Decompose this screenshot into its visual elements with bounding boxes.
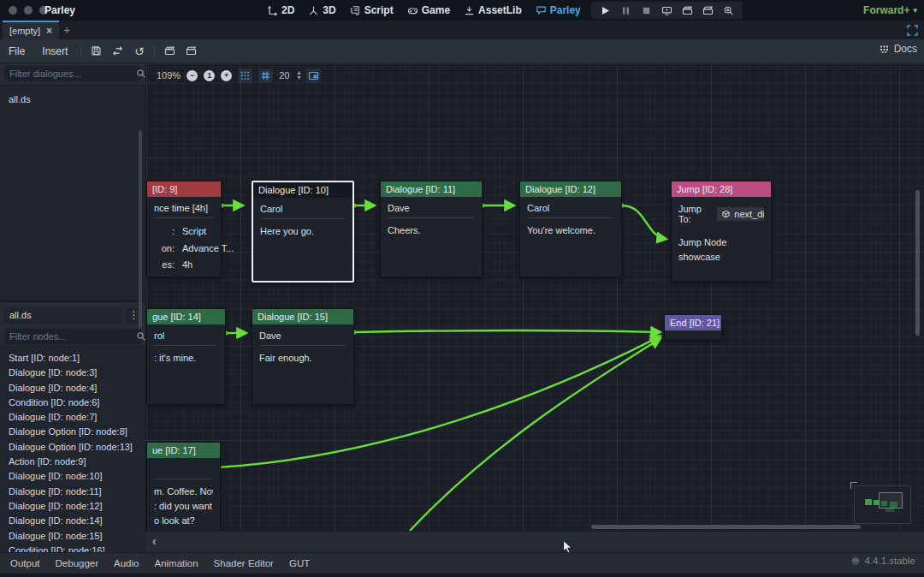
minimap-toggle-icon[interactable] xyxy=(306,68,321,83)
godot-icon xyxy=(850,556,861,566)
bottom-tab-output[interactable]: Output xyxy=(10,558,40,568)
snap-distance-spinner[interactable]: ▴ ▾ xyxy=(297,70,300,80)
export-icon[interactable] xyxy=(110,44,125,58)
field-row: :Script xyxy=(154,223,214,241)
graph-node-14[interactable]: gue [ID: 14]rol: it's mine. xyxy=(146,308,226,405)
insert-menu[interactable]: Insert xyxy=(33,45,76,57)
distraction-free-icon[interactable] xyxy=(906,24,919,37)
node-header[interactable]: Dialogue [ID: 10] xyxy=(253,182,352,198)
graph-canvas[interactable]: [ID: 9]nce time [4h]:Scripton:Advance T.… xyxy=(145,63,924,531)
tab-parley[interactable]: Parley xyxy=(536,4,581,16)
close-window-button[interactable] xyxy=(9,6,17,15)
zoom-reset-icon[interactable]: 1 xyxy=(204,70,215,81)
file-menu[interactable]: File xyxy=(0,45,33,57)
profiler-icon[interactable] xyxy=(723,5,734,16)
tab-assetlib[interactable]: AssetLib xyxy=(464,4,522,16)
graph-node-17[interactable]: ue [ID: 17]m. Coffee. Now,: did you want… xyxy=(146,442,221,531)
close-icon[interactable]: × xyxy=(46,25,52,37)
dialogue-filter[interactable] xyxy=(4,66,141,81)
tab-game[interactable]: Game xyxy=(407,4,450,16)
node-list-item[interactable]: Dialogue [ID: node:11] xyxy=(0,485,145,499)
node-list-item[interactable]: Action [ID: node:9] xyxy=(0,455,145,469)
node-list-item[interactable]: Condition [ID: node:6] xyxy=(0,396,145,410)
node-list-item[interactable]: Dialogue [ID: node:12] xyxy=(0,499,145,514)
canvas-horizontal-scrollbar[interactable] xyxy=(591,525,861,529)
node-filter[interactable] xyxy=(4,329,141,344)
pause-icon[interactable] xyxy=(620,5,631,16)
node-list-scrollbar[interactable] xyxy=(139,130,142,329)
add-scene-tab-button[interactable]: + xyxy=(60,23,74,37)
canvas-vertical-scrollbar[interactable] xyxy=(915,190,920,336)
graph-node-10[interactable]: Dialogue [ID: 10]CarolHere you go. xyxy=(252,181,354,283)
3d-icon xyxy=(308,5,319,16)
snap-distance-value[interactable]: 20 xyxy=(279,70,289,80)
zoom-in-icon[interactable]: + xyxy=(221,70,232,81)
minimap[interactable] xyxy=(854,485,911,524)
node-header[interactable]: Dialogue [ID: 11] xyxy=(381,181,482,197)
node-list-item[interactable]: Dialogue [ID: node:14] xyxy=(0,514,145,528)
bottom-tab-debugger[interactable]: Debugger xyxy=(56,558,99,568)
bottom-tab-audio[interactable]: Audio xyxy=(114,558,139,568)
minimize-window-button[interactable] xyxy=(24,6,33,15)
field-row: es:4h xyxy=(154,257,214,274)
node-list-item[interactable]: Dialogue [ID: node:15] xyxy=(0,529,145,544)
zoom-out-icon[interactable]: − xyxy=(187,70,198,81)
movie-writer-icon[interactable] xyxy=(682,5,693,16)
bottom-tab-gut[interactable]: GUT xyxy=(289,558,310,568)
node-header[interactable]: gue [ID: 14] xyxy=(147,309,225,324)
node-body: rol: it's mine. xyxy=(147,324,225,366)
graph-node-11[interactable]: Dialogue [ID: 11]DaveCheers. xyxy=(380,181,483,277)
scene-tab-empty[interactable]: [empty] × xyxy=(3,21,59,39)
save-icon[interactable] xyxy=(89,44,104,58)
wire-node-15-to-node-21 xyxy=(354,330,660,332)
run-dialogue-icon[interactable] xyxy=(163,44,177,58)
node-list-item[interactable]: Dialogue [ID: node:3] xyxy=(0,366,145,380)
node-list-item[interactable]: Dialogue [ID: node:10] xyxy=(0,469,145,484)
filter-dialogues-input[interactable] xyxy=(4,68,136,79)
graph-node-21[interactable]: End [ID: 21] xyxy=(664,314,722,340)
node-header[interactable]: End [ID: 21] xyxy=(665,315,721,330)
node-list-item[interactable]: Condition [ID: node:16] xyxy=(0,544,145,552)
tab-script[interactable]: Script xyxy=(350,4,394,16)
node-list-item[interactable]: Dialogue [ID: node:4] xyxy=(0,381,145,396)
node-header[interactable]: ue [ID: 17] xyxy=(147,443,220,458)
collapse-sidebar-icon[interactable]: ‹ xyxy=(152,534,157,548)
dialogue-list-item[interactable]: all.ds xyxy=(0,92,145,108)
remote-debug-icon[interactable] xyxy=(661,5,672,16)
graph-node-12[interactable]: Dialogue [ID: 12]CarolYou're welcome. xyxy=(519,181,622,277)
toggle-snap-icon[interactable] xyxy=(238,68,252,83)
undo-icon[interactable]: ↺ xyxy=(132,44,146,58)
grid-pattern-icon[interactable] xyxy=(258,68,273,83)
movie-maker-icon[interactable] xyxy=(702,5,714,16)
version-info: 4.4.1.stable xyxy=(850,556,915,566)
renderer-selector[interactable]: Forward+ ▾ xyxy=(863,4,917,16)
node-header[interactable]: Dialogue [ID: 12] xyxy=(520,181,621,197)
current-dialogue-label: all.ds xyxy=(3,307,123,324)
node-body: DaveCheers. xyxy=(381,197,482,238)
node-list-item[interactable]: Dialogue Option [ID: node:8] xyxy=(0,425,145,439)
node-list-item[interactable]: Dialogue [ID: node:7] xyxy=(0,410,145,425)
graph-node-28[interactable]: Jump [ID: 28]Jump To:next_diJump Nodesho… xyxy=(671,181,772,282)
node-header[interactable]: [ID: 9] xyxy=(147,181,221,197)
filter-nodes-input[interactable] xyxy=(4,331,136,342)
tab-3d[interactable]: 3D xyxy=(308,4,335,16)
graph-node-9[interactable]: [ID: 9]nce time [4h]:Scripton:Advance T.… xyxy=(146,181,222,277)
bottom-tab-animation[interactable]: Animation xyxy=(154,558,198,568)
speaker-text: Dave xyxy=(388,200,475,217)
node-header[interactable]: Dialogue [ID: 15] xyxy=(252,309,353,324)
play-icon[interactable] xyxy=(600,5,611,16)
dialogue-text: showcase xyxy=(678,250,764,265)
jump-target-chip[interactable]: next_di xyxy=(717,207,764,221)
run-dialogue-from-icon[interactable] xyxy=(184,44,198,58)
stop-icon[interactable] xyxy=(641,5,652,16)
spin-down-icon[interactable]: ▾ xyxy=(297,75,300,80)
dialogue-text: o look at? xyxy=(154,514,213,528)
bottom-tab-shader-editor[interactable]: Shader Editor xyxy=(214,558,274,568)
node-list-item[interactable]: Start [ID: node:1] xyxy=(0,351,145,366)
docs-button[interactable]: Docs xyxy=(879,43,917,55)
graph-node-15[interactable]: Dialogue [ID: 15]DaveFair enough. xyxy=(252,308,354,405)
node-header[interactable]: Jump [ID: 28] xyxy=(672,181,771,197)
speaker-text: Carol xyxy=(260,201,346,217)
tab-2d[interactable]: 2D xyxy=(267,4,294,16)
node-list-item[interactable]: Dialogue Option [ID: node:13] xyxy=(0,440,145,455)
